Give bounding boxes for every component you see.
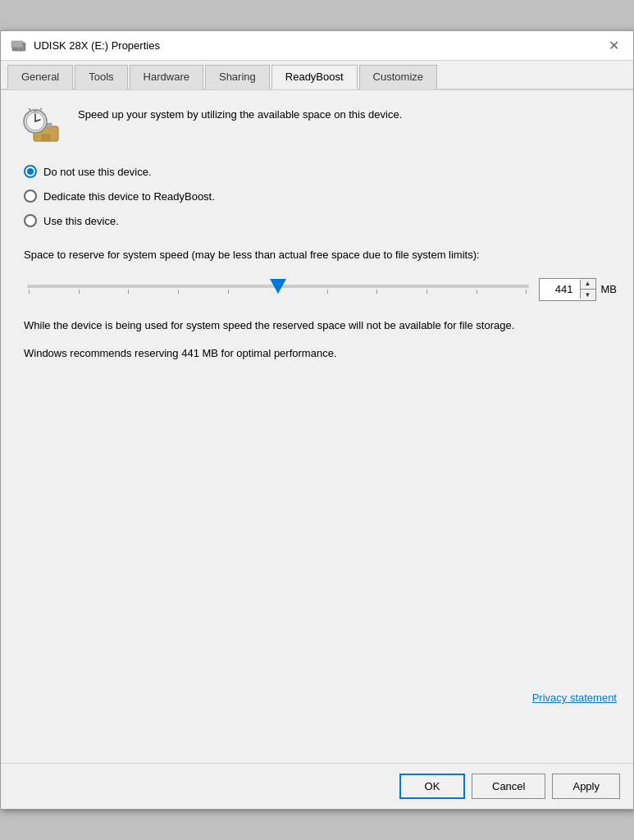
button-bar: OK Cancel Apply [1,763,633,809]
properties-window: UDISK 28X (E:) Properties ✕ General Tool… [0,30,634,810]
spinbox-value: 441 [540,280,581,299]
mb-unit-label: MB [601,283,618,295]
title-bar-left: UDISK 28X (E:) Properties [11,39,160,52]
window-title: UDISK 28X (E:) Properties [34,39,160,52]
radio-group: Do not use this device. Dedicate this de… [17,165,617,227]
tab-sharing[interactable]: Sharing [205,65,270,89]
svg-rect-11 [33,109,38,112]
spinbox-up[interactable]: ▲ [581,279,595,290]
readyboost-icon [17,103,66,148]
svg-rect-1 [11,41,23,48]
tab-customize[interactable]: Customize [359,65,437,89]
slider-track [27,285,529,288]
slider-container[interactable] [27,275,529,304]
svg-line-13 [39,108,42,111]
radio-label-1: Dedicate this device to ReadyBoost. [43,190,215,203]
info-text-2: Windows recommends reserving 441 MB for … [17,345,617,363]
radio-do-not-use[interactable]: Do not use this device. [24,165,617,178]
spinbox-wrapper: 441 ▲ ▼ MB [539,278,618,301]
radio-label-0: Do not use this device. [43,166,152,178]
radio-dedicate[interactable]: Dedicate this device to ReadyBoost. [24,189,617,203]
radio-use-device[interactable]: Use this device. [24,214,617,227]
spinbox[interactable]: 441 ▲ ▼ [539,278,596,301]
privacy-link[interactable]: Privacy statement [532,692,617,704]
radio-circle-2 [24,214,37,227]
drive-title-icon [11,39,27,52]
header-description: Speed up your system by utilizing the av… [78,103,402,123]
slider-row: 441 ▲ ▼ MB [24,275,617,304]
ok-button[interactable]: OK [399,774,465,799]
header-section: Speed up your system by utilizing the av… [17,103,617,148]
tab-tools[interactable]: Tools [75,65,127,89]
space-section: Space to reserve for system speed (may b… [17,247,617,304]
cancel-button[interactable]: Cancel [472,774,545,799]
radio-circle-1 [24,189,37,203]
tab-bar: General Tools Hardware Sharing ReadyBoos… [1,61,633,90]
spinbox-arrows: ▲ ▼ [581,279,595,300]
tab-general[interactable]: General [7,65,73,89]
apply-button[interactable]: Apply [552,774,620,799]
info-text-1: While the device is being used for syste… [17,317,617,335]
space-description: Space to reserve for system speed (may b… [24,247,617,263]
radio-circle-0 [24,165,37,178]
spinbox-down[interactable]: ▼ [581,290,595,300]
radio-label-2: Use this device. [43,215,119,227]
slider-thumb [270,279,286,294]
slider-fill [27,285,288,288]
close-button[interactable]: ✕ [604,36,623,56]
title-bar: UDISK 28X (E:) Properties ✕ [1,31,633,61]
tab-content: Speed up your system by utilizing the av… [1,90,633,763]
svg-line-12 [29,108,31,111]
svg-rect-5 [42,135,50,141]
svg-point-3 [20,48,21,50]
tab-readyboost[interactable]: ReadyBoost [271,65,358,89]
tab-hardware[interactable]: Hardware [130,65,203,89]
